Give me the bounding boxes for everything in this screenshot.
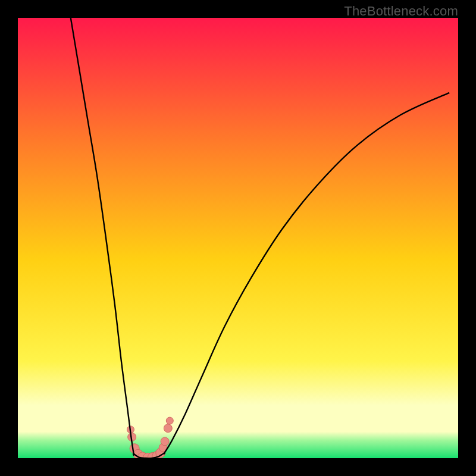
valley-marker (166, 417, 173, 424)
chart-frame: TheBottleneck.com (0, 0, 476, 476)
valley-marker (164, 424, 172, 433)
plot-area (18, 18, 458, 458)
watermark-text: TheBottleneck.com (344, 4, 458, 19)
bottleneck-curve (71, 18, 449, 458)
valley-marker (161, 437, 169, 446)
curve-layer (18, 18, 458, 458)
